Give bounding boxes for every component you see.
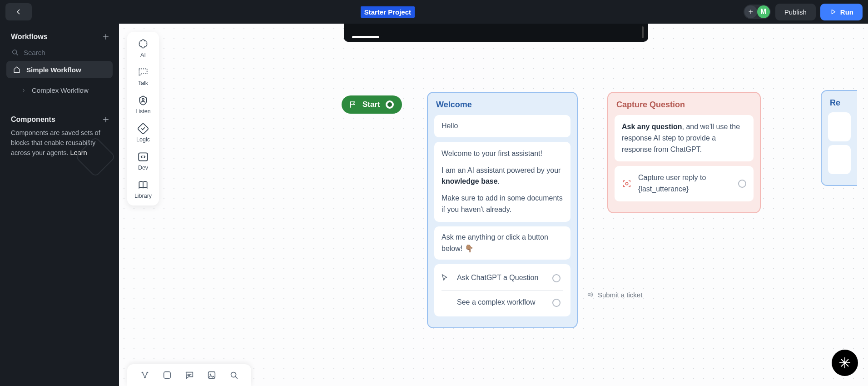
flag-icon (349, 100, 357, 109)
search-input[interactable]: Search (0, 45, 119, 59)
chevron-right-icon (21, 88, 26, 93)
tool-talk[interactable]: Talk (127, 66, 159, 86)
add-component-button[interactable] (102, 115, 110, 124)
welcome-options: Ask ChatGPT a Question See a complex wor… (434, 264, 570, 316)
sidebar-item-label: Complex Workflow (32, 86, 89, 94)
capture-title: Capture Question (616, 100, 752, 110)
tool-label: Logic (136, 136, 150, 143)
publish-button[interactable]: Publish (775, 4, 816, 20)
plus-icon (102, 115, 110, 124)
workflows-header: Workflows (11, 33, 48, 41)
video-strip[interactable] (344, 24, 648, 42)
sidebar: Workflows Search Simple Workflow Complex… (0, 24, 119, 386)
svg-point-5 (588, 294, 590, 296)
tool-label: Talk (138, 80, 148, 86)
canvas[interactable]: AI Talk Listen Logic Dev Library (119, 24, 868, 386)
tool-label: AI (140, 52, 146, 58)
library-icon (137, 179, 149, 191)
home-icon (13, 65, 21, 74)
add-workflow-button[interactable] (102, 33, 110, 41)
logic-icon (137, 123, 149, 135)
listen-icon (137, 95, 149, 106)
svg-point-8 (144, 377, 146, 379)
avatar[interactable]: M (757, 5, 770, 18)
svg-point-12 (231, 372, 236, 377)
bottom-image-icon[interactable] (207, 370, 217, 380)
svg-rect-3 (139, 153, 148, 160)
start-label: Start (362, 100, 380, 109)
svg-point-4 (625, 182, 628, 185)
sidebar-item-complex-workflow[interactable]: Complex Workflow (6, 82, 113, 99)
bottom-rail (127, 364, 251, 386)
collaborators[interactable]: M (744, 5, 771, 19)
bottom-note-icon[interactable] (162, 370, 172, 380)
tool-rail: AI Talk Listen Logic Dev Library (127, 32, 159, 206)
submit-ticket-text: Submit a ticket (598, 291, 642, 299)
welcome-node[interactable]: Welcome Hello Welcome to your first assi… (427, 92, 578, 328)
submit-ticket-label[interactable]: Submit a ticket (586, 291, 642, 299)
capture-row[interactable]: Capture user reply to {last_utterance} (615, 166, 754, 201)
tool-label: Dev (138, 165, 148, 171)
start-port[interactable] (386, 100, 394, 109)
capture-icon (622, 179, 632, 189)
ai-icon (137, 38, 149, 50)
welcome-title: Welcome (436, 100, 569, 110)
plus-icon (102, 33, 110, 41)
welcome-panel-3: Ask me anything or click a button below!… (434, 226, 570, 260)
welcome-panel-2: Welcome to your first assistant! I am an… (434, 142, 570, 222)
capture-node[interactable]: Capture Question Ask any question, and w… (607, 92, 761, 213)
bottom-chat-icon[interactable] (184, 370, 194, 380)
back-button[interactable] (5, 3, 32, 20)
svg-rect-9 (164, 372, 170, 379)
sparkle-icon (838, 356, 852, 370)
svg-point-1 (142, 99, 144, 100)
bottom-search-icon[interactable] (229, 370, 239, 380)
port[interactable] (552, 299, 560, 307)
port[interactable] (552, 274, 560, 282)
svg-point-11 (209, 374, 211, 375)
far-node[interactable]: Re (821, 90, 857, 186)
search-placeholder: Search (24, 49, 45, 56)
svg-point-0 (13, 50, 17, 54)
chat-fab[interactable] (832, 350, 858, 376)
cursor-icon (440, 273, 450, 283)
dev-icon (137, 151, 149, 163)
far-title: Re (830, 98, 849, 108)
sidebar-item-label: Simple Workflow (26, 66, 81, 74)
play-icon (829, 8, 837, 15)
plus-icon (748, 9, 754, 15)
tool-label: Listen (135, 108, 150, 115)
tool-library[interactable]: Library (127, 179, 159, 199)
topbar: Starter Project M Publish Run (0, 0, 868, 24)
port[interactable] (738, 180, 746, 188)
project-title[interactable]: Starter Project (361, 6, 415, 18)
run-button[interactable]: Run (820, 4, 863, 20)
tool-label: Library (134, 193, 152, 199)
arrow-left-icon (15, 8, 23, 16)
capture-panel-1: Ask any question, and we'll use the resp… (615, 115, 754, 161)
add-collaborator-button[interactable] (744, 5, 757, 18)
audio-icon (586, 291, 594, 299)
talk-icon (137, 66, 149, 78)
search-icon (11, 48, 19, 56)
tool-logic[interactable]: Logic (127, 123, 159, 143)
bottom-nodes-icon[interactable] (140, 370, 150, 380)
sidebar-item-simple-workflow[interactable]: Simple Workflow (6, 61, 113, 78)
start-node[interactable]: Start (342, 95, 402, 114)
tool-listen[interactable]: Listen (127, 95, 159, 115)
run-button-label: Run (840, 8, 853, 16)
option-complex-workflow[interactable]: See a complex workflow (437, 291, 568, 315)
components-header: Components (11, 115, 55, 124)
tool-dev[interactable]: Dev (127, 151, 159, 171)
welcome-panel-1: Hello (434, 115, 570, 137)
option-ask-chatgpt[interactable]: Ask ChatGPT a Question (437, 266, 568, 290)
tool-ai[interactable]: AI (127, 38, 159, 58)
